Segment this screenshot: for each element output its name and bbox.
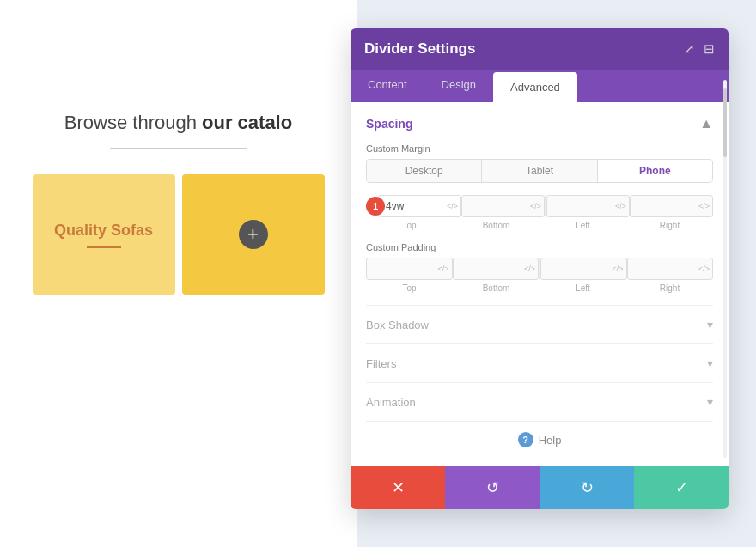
product-card-add[interactable]: + — [182, 174, 325, 295]
animation-title: Animation — [366, 396, 416, 409]
panel-tabs: Content Design Advanced — [351, 70, 729, 102]
margin-top-bottom-pair: </> </> — [378, 195, 545, 217]
margin-bottom-code-icon: </> — [530, 202, 541, 210]
padding-bottom-wrapper: </> — [453, 258, 540, 280]
margin-right-label: Right — [626, 221, 713, 230]
box-shadow-toggle-icon: ▾ — [707, 318, 713, 331]
columns-icon[interactable]: ⊟ — [704, 41, 715, 57]
tab-content[interactable]: Content — [351, 70, 424, 102]
padding-labels-row: Top Bottom Left Right — [366, 283, 713, 293]
spacing-section-header: Spacing ▲ — [366, 116, 713, 131]
tab-design[interactable]: Design — [424, 70, 493, 102]
filters-toggle-icon: ▾ — [707, 356, 713, 370]
padding-right-wrapper: </> — [627, 258, 714, 280]
margin-left-code-icon: </> — [615, 202, 626, 210]
page-content-area: Browse through our catalo Quality Sofas … — [0, 0, 357, 547]
product-card-quality-sofas: Quality Sofas — [33, 174, 175, 295]
help-row: ? Help — [366, 421, 713, 453]
margin-top-wrapper: </> — [378, 195, 461, 217]
margin-inputs-wrapper: 1 </> </> </> — [378, 195, 713, 217]
margin-top-label: Top — [366, 221, 453, 230]
spacing-toggle-icon[interactable]: ▲ — [699, 116, 713, 131]
help-label[interactable]: Help — [539, 434, 562, 447]
device-tab-desktop[interactable]: Desktop — [367, 160, 482, 182]
custom-margin-label: Custom Margin — [366, 143, 713, 154]
margin-labels-row: Top Bottom Left Right — [366, 221, 713, 230]
section-divider — [110, 148, 247, 149]
padding-top-label: Top — [366, 283, 453, 293]
padding-left-right-pair: </> </> — [539, 258, 713, 280]
panel-header-icons: ⤢ ⊟ — [684, 41, 715, 57]
box-shadow-section[interactable]: Box Shadow ▾ — [366, 305, 713, 343]
panel-title: Divider Settings — [364, 40, 475, 58]
padding-right-label: Right — [626, 283, 713, 293]
margin-left-right-pair: </> </> — [545, 195, 713, 217]
product-cards-row: Quality Sofas + — [33, 174, 325, 295]
filters-title: Filters — [366, 357, 396, 370]
padding-bottom-label: Bottom — [453, 283, 540, 293]
scrollbar-thumb[interactable] — [723, 88, 727, 157]
divider-settings-panel: Divider Settings ⤢ ⊟ Content Design Adva… — [351, 28, 729, 509]
margin-right-code-icon: </> — [698, 202, 710, 210]
margin-bottom-wrapper: </> — [461, 195, 545, 217]
box-shadow-title: Box Shadow — [366, 319, 429, 331]
padding-right-code-icon: </> — [698, 264, 710, 273]
margin-top-bottom-row: </> </> </> </> — [378, 195, 713, 217]
add-item-button[interactable]: + — [239, 220, 268, 249]
device-tab-tablet[interactable]: Tablet — [482, 160, 597, 182]
margin-top-code-icon: </> — [447, 202, 458, 210]
scrollbar[interactable] — [723, 80, 727, 458]
expand-icon[interactable]: ⤢ — [684, 41, 695, 57]
help-icon[interactable]: ? — [518, 432, 533, 447]
margin-left-label: Left — [540, 221, 626, 230]
save-button[interactable]: ✓ — [634, 466, 729, 509]
padding-inputs-wrapper: </> </> </> </> — [366, 258, 713, 280]
panel-body: Spacing ▲ Custom Margin Desktop Tablet P… — [351, 102, 729, 466]
quality-sofas-label: Quality Sofas — [54, 221, 153, 240]
browse-heading: Browse through our catalo — [64, 112, 292, 134]
padding-top-code-icon: </> — [437, 264, 448, 273]
padding-left-wrapper: </> — [540, 258, 627, 280]
padding-top-bottom-pair: </> </> — [366, 258, 539, 280]
padding-bottom-code-icon: </> — [524, 264, 535, 273]
margin-left-wrapper: </> — [546, 195, 630, 217]
panel-header: Divider Settings ⤢ ⊟ — [351, 28, 729, 70]
spacing-title: Spacing — [366, 117, 412, 131]
padding-top-wrapper: </> — [366, 258, 453, 280]
device-tabs: Desktop Tablet Phone — [366, 159, 713, 183]
tab-advanced[interactable]: Advanced — [493, 72, 577, 102]
animation-section[interactable]: Animation ▾ — [366, 382, 713, 421]
margin-bottom-label: Bottom — [453, 221, 540, 230]
filters-section[interactable]: Filters ▾ — [366, 343, 713, 382]
padding-inputs-row: </> </> </> </> — [366, 258, 713, 280]
quality-sofas-underline — [87, 246, 121, 248]
undo-button[interactable]: ↺ — [445, 466, 540, 509]
margin-right-wrapper: </> — [630, 195, 713, 217]
padding-left-label: Left — [540, 283, 626, 293]
cancel-button[interactable]: ✕ — [351, 466, 445, 509]
panel-footer: ✕ ↺ ↻ ✓ — [351, 466, 729, 509]
margin-badge: 1 — [366, 197, 385, 216]
redo-button[interactable]: ↻ — [540, 466, 634, 509]
animation-toggle-icon: ▾ — [707, 395, 713, 409]
padding-left-code-icon: </> — [612, 264, 623, 273]
device-tab-phone[interactable]: Phone — [598, 160, 712, 182]
custom-padding-label: Custom Padding — [366, 242, 713, 252]
